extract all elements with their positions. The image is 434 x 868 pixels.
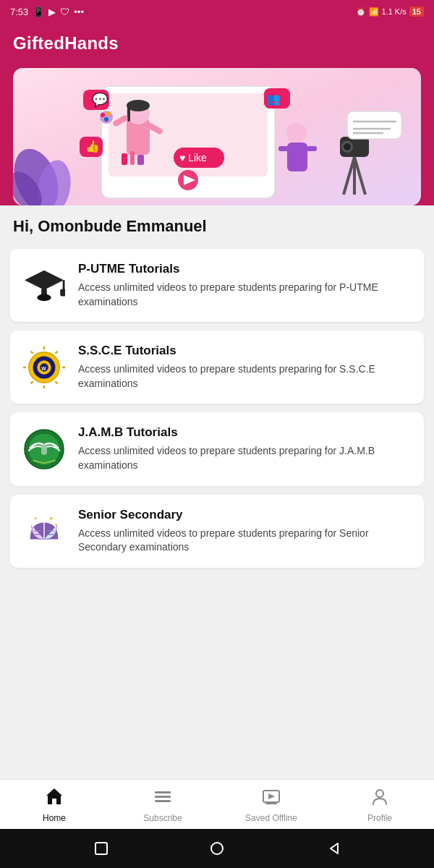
status-left: 7:53 📱 ▶ 🛡 ••• (10, 7, 84, 17)
svg-line-52 (55, 381, 57, 383)
promo-banner: ♥ Like 💬 👥 👍 (13, 68, 421, 205)
status-right: ⏰ 📶 1.1 K/s 15 (356, 7, 425, 17)
svg-marker-75 (268, 793, 275, 799)
svg-point-13 (101, 113, 105, 117)
ssce-icon: W (22, 345, 67, 390)
app-title: GiftedHands (13, 33, 421, 54)
signal-icon: 📶 (369, 7, 379, 17)
battery-indicator: 15 (409, 7, 424, 17)
putme-icon (22, 263, 67, 308)
svg-rect-29 (278, 146, 289, 151)
sim-icon: 📱 (33, 7, 44, 17)
svg-point-45 (37, 294, 51, 301)
jamb-desc: Access unlimited videos to prepare stude… (78, 444, 412, 472)
nav-saved-label: Saved Offline (245, 813, 297, 823)
jamb-icon (22, 427, 67, 472)
subscribe-icon (153, 787, 172, 810)
nav-profile[interactable]: Profile (326, 787, 434, 823)
svg-text:✦: ✦ (48, 516, 54, 523)
android-back-btn[interactable] (325, 841, 341, 856)
android-circle-btn[interactable] (209, 841, 225, 856)
app-header: GiftedHands (0, 23, 434, 68)
more-icon: ••• (74, 7, 84, 17)
putme-title: P-UTME Tutorials (78, 262, 412, 276)
svg-rect-47 (60, 289, 65, 296)
card-ssce[interactable]: W S.S.C.E Tutorials Access unlimited vid… (10, 331, 424, 404)
alarm-icon: ⏰ (356, 7, 366, 17)
svg-rect-9 (127, 106, 130, 122)
nav-profile-label: Profile (367, 813, 392, 823)
nav-home-label: Home (43, 813, 66, 823)
svg-rect-37 (347, 111, 401, 139)
svg-rect-28 (287, 142, 307, 171)
secondary-title: Senior Secondary (78, 508, 412, 522)
svg-line-56 (31, 352, 33, 354)
svg-rect-76 (265, 803, 277, 804)
svg-text:✦: ✦ (33, 516, 38, 521)
svg-point-77 (376, 790, 383, 797)
status-time: 7:53 (10, 7, 28, 17)
jamb-title: J.A.M.B Tutorials (78, 425, 412, 440)
banner-illustration: ♥ Like 💬 👥 👍 (13, 68, 421, 205)
svg-text:W: W (41, 366, 46, 371)
putme-desc: Access unlimited videos to prepare stude… (78, 281, 412, 309)
svg-point-15 (104, 117, 109, 122)
svg-line-54 (31, 381, 33, 383)
main-content: Hi, Omonbude Emmanuel P-UTME Tutorials A… (0, 205, 434, 779)
secondary-text: Senior Secondary Access unlimited videos… (78, 508, 412, 555)
secondary-icon: ✦ ✦ ✦ (22, 509, 67, 553)
jamb-text: J.A.M.B Tutorials Access unlimited video… (78, 425, 412, 472)
svg-text:✦: ✦ (54, 523, 58, 527)
nav-home[interactable]: Home (0, 787, 109, 823)
svg-text:💬: 💬 (92, 92, 109, 108)
svg-rect-30 (307, 146, 317, 151)
svg-marker-43 (25, 270, 64, 289)
secondary-desc: Access unlimited videos to prepare stude… (78, 527, 412, 555)
saved-offline-icon (262, 787, 281, 810)
home-icon (45, 787, 64, 810)
svg-text:👥: 👥 (266, 92, 281, 106)
svg-rect-72 (155, 796, 171, 798)
data-speed: 1.1 K/s (382, 7, 407, 16)
android-nav-bar (0, 829, 434, 868)
svg-rect-17 (130, 151, 135, 165)
card-jamb[interactable]: J.A.M.B Tutorials Access unlimited video… (10, 412, 424, 485)
putme-text: P-UTME Tutorials Access unlimited videos… (78, 262, 412, 309)
youtube-icon: ▶ (48, 7, 56, 17)
svg-rect-73 (155, 800, 171, 802)
svg-rect-71 (155, 791, 171, 793)
svg-line-50 (55, 352, 57, 354)
svg-point-27 (286, 123, 307, 143)
svg-text:👍: 👍 (85, 140, 100, 153)
svg-marker-70 (46, 788, 62, 804)
banner-container: ♥ Like 💬 👥 👍 (0, 68, 434, 205)
svg-point-33 (344, 143, 351, 150)
card-secondary[interactable]: ✦ ✦ ✦ Senior Secondary Access unlimited … (10, 495, 424, 568)
nav-subscribe-label: Subscribe (143, 813, 182, 823)
greeting-text: Hi, Omonbude Emmanuel (10, 217, 424, 236)
ssce-text: S.S.C.E Tutorials Access unlimited video… (78, 344, 412, 391)
svg-marker-80 (331, 843, 338, 854)
svg-text:♥ Like: ♥ Like (179, 152, 207, 163)
ssce-title: S.S.C.E Tutorials (78, 344, 412, 358)
shield-icon: 🛡 (60, 7, 69, 17)
profile-icon (370, 787, 389, 810)
status-bar: 7:53 📱 ▶ 🛡 ••• ⏰ 📶 1.1 K/s 15 (0, 0, 434, 23)
bottom-navigation: Home Subscribe Saved Offline (0, 779, 434, 829)
svg-point-14 (106, 111, 111, 116)
ssce-desc: Access unlimited videos to prepare stude… (78, 362, 412, 391)
svg-rect-16 (122, 153, 127, 165)
svg-point-79 (211, 843, 223, 854)
svg-rect-78 (95, 843, 107, 854)
svg-rect-18 (137, 155, 144, 165)
nav-subscribe[interactable]: Subscribe (109, 787, 217, 823)
android-square-btn[interactable] (93, 841, 109, 856)
nav-saved-offline[interactable]: Saved Offline (217, 787, 326, 823)
card-putme[interactable]: P-UTME Tutorials Access unlimited videos… (10, 249, 424, 322)
